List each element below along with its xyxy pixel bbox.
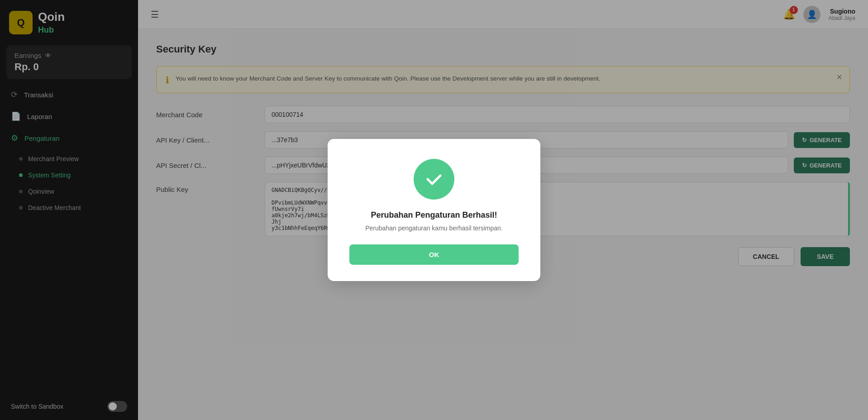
- success-modal: Perubahan Pengaturan Berhasil! Perubahan…: [328, 139, 540, 281]
- success-check-icon: [414, 159, 454, 200]
- modal-ok-button[interactable]: OK: [349, 244, 519, 265]
- modal-description: Perubahan pengaturan kamu berhasil tersi…: [349, 224, 519, 232]
- modal-overlay[interactable]: Perubahan Pengaturan Berhasil! Perubahan…: [0, 0, 868, 420]
- modal-title: Perubahan Pengaturan Berhasil!: [349, 210, 519, 220]
